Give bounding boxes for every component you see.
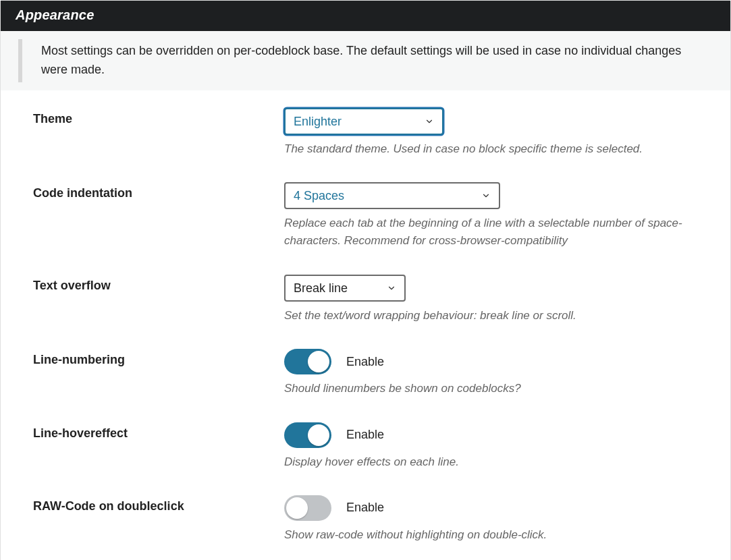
overflow-label: Text overflow <box>33 275 284 293</box>
overflow-select[interactable]: Break line <box>284 275 406 302</box>
settings-form: Theme Enlighter The standard theme. Used… <box>1 90 730 560</box>
raw-label: RAW-Code on doubleclick <box>33 495 284 513</box>
indent-label: Code indentation <box>33 182 284 200</box>
linenum-label: Line-numbering <box>33 349 284 367</box>
field-hover: Line-hovereffect Enable Display hover ef… <box>33 422 703 471</box>
hover-toggle[interactable] <box>284 422 331 448</box>
overflow-desc: Set the text/word wrapping behaviour: br… <box>284 307 703 325</box>
settings-panel: Appearance Most settings can be overridd… <box>0 0 731 560</box>
hover-toggle-label: Enable <box>346 428 384 442</box>
raw-desc: Show raw-code without highlighting on do… <box>284 526 703 544</box>
indent-select[interactable]: 4 Spaces <box>284 182 500 209</box>
raw-toggle[interactable] <box>284 495 331 521</box>
info-notice: Most settings can be overridden on per-c… <box>1 31 730 90</box>
theme-desc: The standard theme. Used in case no bloc… <box>284 140 703 158</box>
linenum-desc: Should linenumbers be shown on codeblock… <box>284 380 703 397</box>
theme-select[interactable]: Enlighter <box>284 108 443 135</box>
hover-label: Line-hovereffect <box>33 422 284 441</box>
field-theme: Theme Enlighter The standard theme. Used… <box>33 108 703 158</box>
theme-label: Theme <box>33 108 284 126</box>
field-indentation: Code indentation 4 Spaces Replace each t… <box>33 182 703 250</box>
field-linenumbering: Line-numbering Enable Should linenumbers… <box>33 349 703 397</box>
panel-title: Appearance <box>1 1 730 31</box>
linenum-toggle[interactable] <box>284 349 331 374</box>
linenum-toggle-label: Enable <box>346 355 384 369</box>
field-rawcode: RAW-Code on doubleclick Enable Show raw-… <box>33 495 703 544</box>
hover-desc: Display hover effects on each line. <box>284 453 703 471</box>
indent-desc: Replace each tab at the beginning of a l… <box>284 215 703 250</box>
raw-toggle-label: Enable <box>346 501 384 515</box>
field-overflow: Text overflow Break line Set the text/wo… <box>33 275 703 325</box>
